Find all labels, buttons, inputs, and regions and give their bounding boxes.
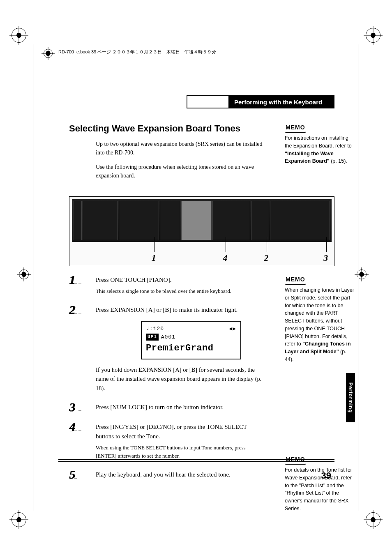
lcd-arrows-icon: ◀▶ bbox=[229, 325, 236, 333]
step-number: 4 bbox=[69, 420, 75, 434]
memo-icon: MEMO bbox=[285, 275, 306, 285]
chapter-heading: Performing with the Keyboard bbox=[187, 95, 334, 107]
memo-icon: MEMO bbox=[285, 123, 306, 133]
intro-paragraph: Up to two optional wave expansion boards… bbox=[96, 140, 264, 157]
page: RD-700_e.book 39 ページ ２００３年１０月２３日 木曜日 午後４… bbox=[0, 0, 392, 555]
step-4: 4 Press [INC/YES] or [DEC/NO], or press … bbox=[69, 422, 334, 461]
step-instruction: Play the keyboard, and you will hear the… bbox=[96, 470, 264, 479]
callout-number: 1 bbox=[152, 253, 156, 263]
steps-list: 1 Press ONE TOUCH [PIANO]. This selects … bbox=[69, 275, 334, 482]
memo-text: For details on the Tone list for Wave Ex… bbox=[285, 466, 355, 513]
registration-mark-icon bbox=[19, 269, 35, 286]
lcd-patch-number: A001 bbox=[161, 333, 175, 341]
memo-text: When changing tones in Layer or Split mo… bbox=[285, 286, 355, 364]
panel-illustration bbox=[72, 199, 332, 242]
chapter-title: Performing with the Keyboard bbox=[228, 96, 334, 108]
step-3: 3 Press [NUM LOCK] to turn on the button… bbox=[69, 403, 334, 412]
callout-number: 4 bbox=[223, 253, 228, 263]
step-note: If you hold down EXPANSION [A] or [B] fo… bbox=[96, 365, 264, 393]
step-instruction: Press EXPANSION [A] or [B] to make its i… bbox=[96, 305, 264, 315]
callout-number: 2 bbox=[264, 253, 268, 263]
crop-mark-icon bbox=[366, 28, 380, 43]
step-note: When using the TONE SELECT buttons to in… bbox=[96, 444, 264, 460]
step-instruction: Press [INC/YES] or [DEC/NO], or press th… bbox=[96, 422, 264, 442]
step-note: This selects a single tone to be played … bbox=[96, 287, 264, 295]
intro-paragraph: Use the following procedure when selecti… bbox=[96, 163, 264, 180]
content-area: Selecting Wave Expansion Board Tones Up … bbox=[69, 123, 334, 186]
step-instruction: Press ONE TOUCH [PIANO]. bbox=[96, 275, 264, 285]
step-instruction: Press [NUM LOCK] to turn on the button i… bbox=[96, 403, 264, 412]
step-number: 1 bbox=[69, 273, 75, 287]
lcd-tempo: ♩:120 bbox=[146, 325, 164, 333]
step-number: 3 bbox=[69, 400, 75, 414]
crop-mark-icon bbox=[12, 512, 26, 527]
registration-mark-icon bbox=[357, 269, 373, 286]
page-header-icon bbox=[44, 49, 54, 60]
lcd-screenshot: ♩:120 ◀▶ UP1 A001 PremierGrand bbox=[141, 321, 241, 359]
callout-number: 3 bbox=[323, 253, 328, 263]
step-number: 5 bbox=[69, 467, 75, 481]
running-header-text: RD-700_e.book 39 ページ ２００３年１０月２３日 木曜日 午後４… bbox=[58, 49, 216, 55]
step-number: 2 bbox=[69, 303, 75, 317]
section-tab: Performing bbox=[346, 373, 355, 422]
front-panel-figure: 1 4 2 3 bbox=[69, 196, 334, 266]
memo-text: For instructions on installing the Expan… bbox=[285, 134, 355, 165]
page-number: 39 bbox=[321, 470, 331, 481]
lcd-part-badge: UP1 bbox=[146, 334, 159, 341]
lcd-patch-name: PremierGrand bbox=[146, 341, 236, 355]
running-header: RD-700_e.book 39 ページ ２００３年１０月２３日 木曜日 午後４… bbox=[48, 56, 344, 62]
crop-mark-icon bbox=[366, 512, 380, 527]
crop-mark-icon bbox=[12, 28, 26, 43]
